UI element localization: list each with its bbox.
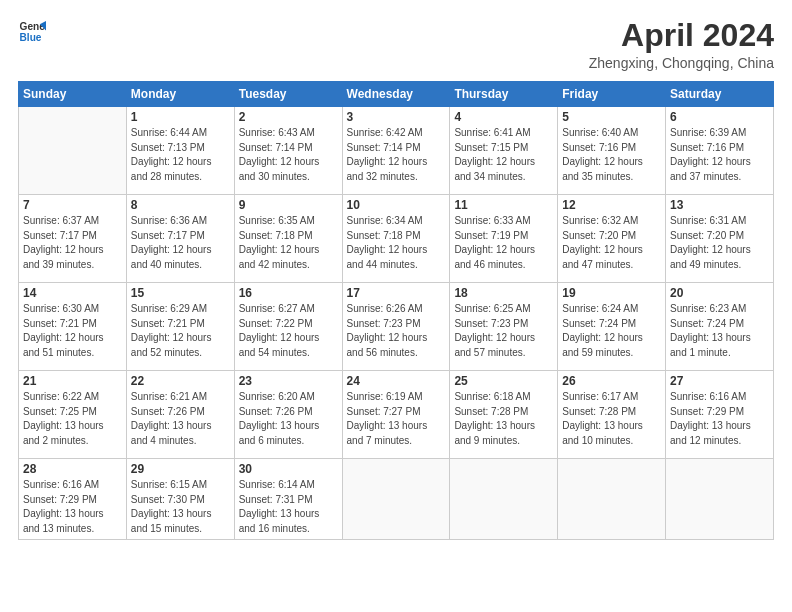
day-info: Sunrise: 6:15 AMSunset: 7:30 PMDaylight:…	[131, 478, 230, 536]
day-number: 8	[131, 198, 230, 212]
day-number: 4	[454, 110, 553, 124]
day-info: Sunrise: 6:43 AMSunset: 7:14 PMDaylight:…	[239, 126, 338, 184]
svg-text:Blue: Blue	[20, 32, 42, 43]
table-row: 17Sunrise: 6:26 AMSunset: 7:23 PMDayligh…	[342, 283, 450, 371]
day-number: 9	[239, 198, 338, 212]
day-info: Sunrise: 6:31 AMSunset: 7:20 PMDaylight:…	[670, 214, 769, 272]
day-number: 21	[23, 374, 122, 388]
table-row: 8Sunrise: 6:36 AMSunset: 7:17 PMDaylight…	[126, 195, 234, 283]
table-row: 18Sunrise: 6:25 AMSunset: 7:23 PMDayligh…	[450, 283, 558, 371]
table-row: 7Sunrise: 6:37 AMSunset: 7:17 PMDaylight…	[19, 195, 127, 283]
table-row	[666, 459, 774, 540]
day-info: Sunrise: 6:22 AMSunset: 7:25 PMDaylight:…	[23, 390, 122, 448]
table-row: 20Sunrise: 6:23 AMSunset: 7:24 PMDayligh…	[666, 283, 774, 371]
day-number: 30	[239, 462, 338, 476]
table-row: 1Sunrise: 6:44 AMSunset: 7:13 PMDaylight…	[126, 107, 234, 195]
table-row: 10Sunrise: 6:34 AMSunset: 7:18 PMDayligh…	[342, 195, 450, 283]
table-row	[558, 459, 666, 540]
day-number: 17	[347, 286, 446, 300]
table-row: 23Sunrise: 6:20 AMSunset: 7:26 PMDayligh…	[234, 371, 342, 459]
day-info: Sunrise: 6:17 AMSunset: 7:28 PMDaylight:…	[562, 390, 661, 448]
title-block: April 2024 Zhengxing, Chongqing, China	[589, 18, 774, 71]
table-row	[450, 459, 558, 540]
day-number: 22	[131, 374, 230, 388]
subtitle: Zhengxing, Chongqing, China	[589, 55, 774, 71]
day-info: Sunrise: 6:44 AMSunset: 7:13 PMDaylight:…	[131, 126, 230, 184]
table-row: 27Sunrise: 6:16 AMSunset: 7:29 PMDayligh…	[666, 371, 774, 459]
month-title: April 2024	[589, 18, 774, 53]
day-number: 24	[347, 374, 446, 388]
day-number: 14	[23, 286, 122, 300]
table-row: 16Sunrise: 6:27 AMSunset: 7:22 PMDayligh…	[234, 283, 342, 371]
day-number: 3	[347, 110, 446, 124]
table-row: 30Sunrise: 6:14 AMSunset: 7:31 PMDayligh…	[234, 459, 342, 540]
day-info: Sunrise: 6:26 AMSunset: 7:23 PMDaylight:…	[347, 302, 446, 360]
day-number: 12	[562, 198, 661, 212]
col-wednesday: Wednesday	[342, 82, 450, 107]
day-info: Sunrise: 6:34 AMSunset: 7:18 PMDaylight:…	[347, 214, 446, 272]
table-row: 14Sunrise: 6:30 AMSunset: 7:21 PMDayligh…	[19, 283, 127, 371]
table-row	[19, 107, 127, 195]
day-info: Sunrise: 6:30 AMSunset: 7:21 PMDaylight:…	[23, 302, 122, 360]
table-row: 21Sunrise: 6:22 AMSunset: 7:25 PMDayligh…	[19, 371, 127, 459]
day-info: Sunrise: 6:16 AMSunset: 7:29 PMDaylight:…	[23, 478, 122, 536]
col-thursday: Thursday	[450, 82, 558, 107]
day-info: Sunrise: 6:33 AMSunset: 7:19 PMDaylight:…	[454, 214, 553, 272]
day-number: 23	[239, 374, 338, 388]
day-number: 15	[131, 286, 230, 300]
day-info: Sunrise: 6:16 AMSunset: 7:29 PMDaylight:…	[670, 390, 769, 448]
logo: General Blue	[18, 18, 46, 46]
day-info: Sunrise: 6:35 AMSunset: 7:18 PMDaylight:…	[239, 214, 338, 272]
table-row: 6Sunrise: 6:39 AMSunset: 7:16 PMDaylight…	[666, 107, 774, 195]
table-row: 19Sunrise: 6:24 AMSunset: 7:24 PMDayligh…	[558, 283, 666, 371]
table-row: 3Sunrise: 6:42 AMSunset: 7:14 PMDaylight…	[342, 107, 450, 195]
col-tuesday: Tuesday	[234, 82, 342, 107]
day-number: 25	[454, 374, 553, 388]
table-row: 22Sunrise: 6:21 AMSunset: 7:26 PMDayligh…	[126, 371, 234, 459]
table-row: 9Sunrise: 6:35 AMSunset: 7:18 PMDaylight…	[234, 195, 342, 283]
day-info: Sunrise: 6:41 AMSunset: 7:15 PMDaylight:…	[454, 126, 553, 184]
calendar-header-row: Sunday Monday Tuesday Wednesday Thursday…	[19, 82, 774, 107]
day-info: Sunrise: 6:23 AMSunset: 7:24 PMDaylight:…	[670, 302, 769, 360]
logo-icon: General Blue	[18, 18, 46, 46]
col-monday: Monday	[126, 82, 234, 107]
day-info: Sunrise: 6:39 AMSunset: 7:16 PMDaylight:…	[670, 126, 769, 184]
day-info: Sunrise: 6:32 AMSunset: 7:20 PMDaylight:…	[562, 214, 661, 272]
day-info: Sunrise: 6:42 AMSunset: 7:14 PMDaylight:…	[347, 126, 446, 184]
day-number: 18	[454, 286, 553, 300]
day-info: Sunrise: 6:37 AMSunset: 7:17 PMDaylight:…	[23, 214, 122, 272]
day-info: Sunrise: 6:25 AMSunset: 7:23 PMDaylight:…	[454, 302, 553, 360]
day-number: 7	[23, 198, 122, 212]
table-row: 24Sunrise: 6:19 AMSunset: 7:27 PMDayligh…	[342, 371, 450, 459]
day-info: Sunrise: 6:14 AMSunset: 7:31 PMDaylight:…	[239, 478, 338, 536]
day-info: Sunrise: 6:20 AMSunset: 7:26 PMDaylight:…	[239, 390, 338, 448]
day-info: Sunrise: 6:19 AMSunset: 7:27 PMDaylight:…	[347, 390, 446, 448]
day-number: 26	[562, 374, 661, 388]
table-row	[342, 459, 450, 540]
table-row: 25Sunrise: 6:18 AMSunset: 7:28 PMDayligh…	[450, 371, 558, 459]
col-friday: Friday	[558, 82, 666, 107]
day-number: 29	[131, 462, 230, 476]
day-info: Sunrise: 6:36 AMSunset: 7:17 PMDaylight:…	[131, 214, 230, 272]
day-number: 19	[562, 286, 661, 300]
table-row: 13Sunrise: 6:31 AMSunset: 7:20 PMDayligh…	[666, 195, 774, 283]
table-row: 28Sunrise: 6:16 AMSunset: 7:29 PMDayligh…	[19, 459, 127, 540]
day-info: Sunrise: 6:27 AMSunset: 7:22 PMDaylight:…	[239, 302, 338, 360]
day-number: 20	[670, 286, 769, 300]
col-sunday: Sunday	[19, 82, 127, 107]
day-info: Sunrise: 6:21 AMSunset: 7:26 PMDaylight:…	[131, 390, 230, 448]
day-number: 10	[347, 198, 446, 212]
day-number: 13	[670, 198, 769, 212]
table-row: 4Sunrise: 6:41 AMSunset: 7:15 PMDaylight…	[450, 107, 558, 195]
day-number: 6	[670, 110, 769, 124]
day-number: 16	[239, 286, 338, 300]
table-row: 12Sunrise: 6:32 AMSunset: 7:20 PMDayligh…	[558, 195, 666, 283]
day-number: 1	[131, 110, 230, 124]
day-number: 5	[562, 110, 661, 124]
day-number: 11	[454, 198, 553, 212]
day-info: Sunrise: 6:40 AMSunset: 7:16 PMDaylight:…	[562, 126, 661, 184]
header: General Blue April 2024 Zhengxing, Chong…	[18, 18, 774, 71]
day-info: Sunrise: 6:24 AMSunset: 7:24 PMDaylight:…	[562, 302, 661, 360]
day-info: Sunrise: 6:29 AMSunset: 7:21 PMDaylight:…	[131, 302, 230, 360]
col-saturday: Saturday	[666, 82, 774, 107]
